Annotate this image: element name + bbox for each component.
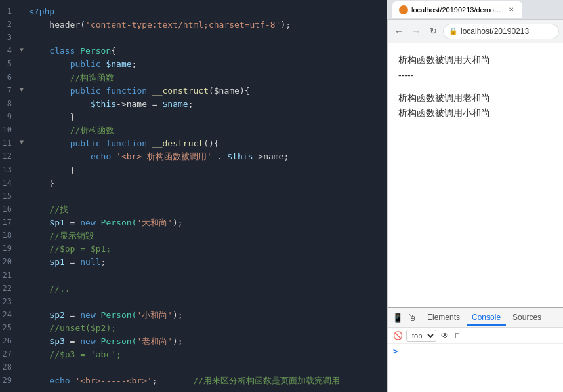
code-line: 28 — [0, 361, 387, 374]
code-content: class Person{ — [29, 45, 382, 58]
code-line: 1<?php — [0, 5, 387, 18]
code-content: public function __construct($name){ — [29, 85, 382, 98]
code-content: echo '<br>-----<br>'; //用来区分析构函数是页面加载完调用 — [29, 374, 382, 387]
code-line: 6 //构造函数 — [0, 71, 387, 85]
code-line: 8 $this->name = $name; — [0, 98, 387, 111]
code-line: 19 //$pp = $p1; — [0, 243, 387, 256]
line-number: 5 — [0, 58, 20, 70]
code-content: } — [29, 164, 382, 177]
line-number: 13 — [0, 164, 20, 176]
code-content: //$p3 = 'abc'; — [29, 348, 382, 361]
line-number: 24 — [0, 309, 20, 321]
line-number: 3 — [0, 31, 20, 44]
devtools-inspect-icon[interactable]: 🖱 — [405, 311, 419, 325]
code-content: $p3 = new Person('老和尚'); — [29, 335, 382, 348]
code-content: public function __destruct(){ — [29, 137, 382, 150]
devtools-tab-bar: 📱 🖱 Elements Console Sources — [388, 308, 563, 328]
code-content: echo '<br> 析构函数被调用' . $this->name; — [29, 150, 382, 163]
fold-arrow[interactable]: ▼ — [20, 45, 29, 55]
code-line: 10 //析构函数 — [0, 124, 387, 137]
line-number: 25 — [0, 322, 20, 334]
code-content: //析构函数 — [29, 124, 382, 137]
console-ban-icon[interactable]: 🚫 — [392, 330, 404, 342]
devtools-tab-console[interactable]: Console — [467, 310, 506, 326]
back-button[interactable]: ← — [392, 24, 406, 39]
line-number: 28 — [0, 361, 20, 374]
devtools-tab-elements[interactable]: Elements — [422, 310, 465, 326]
devtools-device-icon[interactable]: 📱 — [390, 311, 405, 325]
devtools-tab-sources[interactable]: Sources — [507, 310, 547, 326]
tab-favicon — [399, 5, 408, 14]
line-number: 4 — [0, 45, 20, 57]
code-content: } — [29, 177, 382, 190]
code-line: 12 echo '<br> 析构函数被调用' . $this->name; — [0, 150, 387, 163]
browser-tab[interactable]: localhost/20190213/demo.ph... ✕ — [392, 1, 522, 18]
tab-title: localhost/20190213/demo.ph... — [411, 6, 503, 14]
code-content: $this->name = $name; — [29, 98, 382, 111]
code-content: $p1 = new Person('大和尚'); — [29, 216, 382, 229]
code-content: //unset($p2); — [29, 322, 382, 335]
line-number: 7 — [0, 85, 20, 97]
line-number: 12 — [0, 150, 20, 163]
address-box[interactable]: 🔒 localhost/20190213 — [443, 24, 559, 39]
code-content: //找 — [29, 203, 382, 216]
line-number: 6 — [0, 71, 20, 84]
fold-arrow[interactable]: ▼ — [20, 137, 29, 147]
line-number: 1 — [0, 5, 20, 18]
console-output[interactable]: > — [388, 344, 563, 392]
browser-output-line: 析构函数被调用小和尚 — [398, 106, 553, 121]
line-number: 26 — [0, 335, 20, 347]
line-number: 18 — [0, 229, 20, 242]
code-content: //构造函数 — [29, 71, 382, 85]
code-content: public $name; — [29, 58, 382, 71]
console-filter-label: F — [455, 332, 459, 340]
code-line: 16 //找 — [0, 203, 387, 216]
fold-arrow[interactable]: ▼ — [20, 85, 29, 95]
code-line: 5 public $name; — [0, 58, 387, 71]
code-line: 9 } — [0, 111, 387, 124]
browser-output: 析构函数被调用大和尚-----析构函数被调用老和尚析构函数被调用小和尚 — [388, 43, 563, 307]
line-number: 23 — [0, 296, 20, 308]
browser-output-line: 析构函数被调用老和尚 — [398, 90, 553, 106]
code-line: 11▼ public function __destruct(){ — [0, 137, 387, 150]
browser-pane: ← → ↻ 🔒 localhost/20190213 析构函数被调用大和尚---… — [387, 0, 563, 392]
line-number: 17 — [0, 216, 20, 229]
line-number: 19 — [0, 243, 20, 255]
code-line: 3 — [0, 31, 387, 45]
console-eye-icon[interactable]: 👁 — [439, 330, 451, 342]
code-content: //显示销毁 — [29, 229, 382, 243]
editor-pane: 1<?php2 header('content-type:text/html;c… — [0, 0, 387, 392]
code-content: $p1 = null; — [29, 256, 382, 269]
line-number: 8 — [0, 98, 20, 110]
console-toolbar: 🚫 top 👁 F — [388, 328, 563, 344]
code-line: 24 $p2 = new Person('小和尚'); — [0, 309, 387, 322]
code-content: //.. — [29, 283, 382, 296]
code-line: 18 //显示销毁 — [0, 229, 387, 243]
code-line: 21 — [0, 269, 387, 283]
line-number: 14 — [0, 177, 20, 189]
tab-close-icon[interactable]: ✕ — [507, 5, 516, 14]
address-bar: ← → ↻ 🔒 localhost/20190213 — [388, 20, 563, 43]
reload-button[interactable]: ↻ — [426, 24, 440, 39]
line-number: 20 — [0, 256, 20, 268]
code-line: 13 } — [0, 164, 387, 177]
console-prompt-arrow: > — [393, 347, 398, 356]
code-line: 17 $p1 = new Person('大和尚'); — [0, 216, 387, 229]
code-line: 29 echo '<br>-----<br>'; //用来区分析构函数是页面加载… — [0, 374, 387, 387]
console-filter-select[interactable]: top — [406, 330, 436, 342]
line-number: 15 — [0, 190, 20, 203]
line-number: 2 — [0, 18, 20, 31]
line-number: 16 — [0, 203, 20, 216]
browser-output-line: ----- — [398, 68, 553, 84]
lock-icon: 🔒 — [449, 27, 458, 35]
line-number: 21 — [0, 269, 20, 282]
code-content: //$pp = $p1; — [29, 243, 382, 256]
code-line: 23 — [0, 296, 387, 309]
forward-button[interactable]: → — [409, 24, 423, 39]
code-line: 15 — [0, 190, 387, 203]
code-content: } — [29, 111, 382, 124]
code-editor[interactable]: 1<?php2 header('content-type:text/html;c… — [0, 0, 387, 392]
code-line: 25 //unset($p2); — [0, 322, 387, 335]
address-text: localhost/20190213 — [461, 27, 553, 36]
code-line: 4▼ class Person{ — [0, 45, 387, 58]
